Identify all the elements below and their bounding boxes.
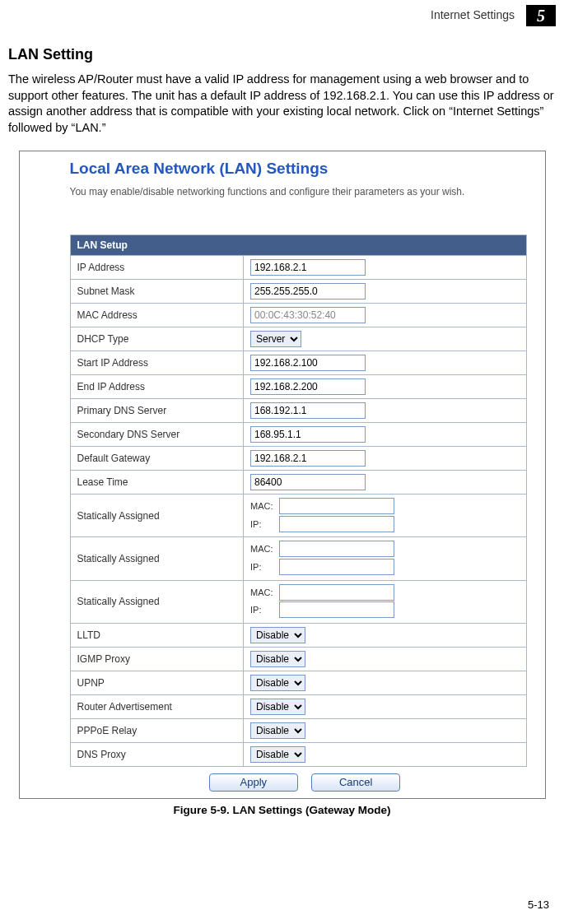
- primary-dns-input[interactable]: [250, 402, 366, 419]
- upnp-label: UPNP: [70, 671, 244, 694]
- dhcp-type-select[interactable]: Server: [250, 331, 301, 347]
- static-1-ip-input[interactable]: [279, 516, 394, 532]
- breadcrumb: Internet Settings: [431, 8, 515, 21]
- figure-caption: Figure 5-9. LAN Settings (Gateway Mode): [8, 804, 556, 816]
- lease-time-label: Lease Time: [70, 471, 244, 495]
- static-assigned-3-label: Statically Assigned: [70, 580, 244, 623]
- mac-address-input: [250, 307, 366, 323]
- secondary-dns-label: Secondary DNS Server: [70, 423, 244, 447]
- ip-address-input[interactable]: [250, 259, 366, 276]
- default-gateway-label: Default Gateway: [70, 447, 244, 471]
- mac-address-label: MAC Address: [70, 304, 244, 327]
- ip-address-label: IP Address: [70, 256, 244, 280]
- pppoe-relay-label: PPPoE Relay: [70, 718, 244, 742]
- primary-dns-label: Primary DNS Server: [70, 399, 244, 423]
- apply-button[interactable]: Apply: [209, 773, 298, 792]
- static-3-mac-input[interactable]: [279, 584, 394, 601]
- dns-proxy-label: DNS Proxy: [70, 742, 244, 766]
- static-assigned-2-label: Statically Assigned: [70, 537, 244, 580]
- static-assigned-1-label: Statically Assigned: [70, 495, 244, 537]
- static-mac-prefix: MAC:: [250, 541, 277, 558]
- static-mac-prefix: MAC:: [250, 499, 277, 515]
- subnet-mask-input[interactable]: [250, 283, 366, 299]
- static-ip-prefix: IP:: [250, 560, 277, 576]
- lan-setup-table: LAN Setup IP Address Subnet Mask MAC Add…: [70, 234, 527, 767]
- section-heading: LAN Setting: [8, 46, 556, 63]
- lease-time-input[interactable]: [250, 474, 366, 490]
- panel-description: You may enable/disable networking functi…: [70, 186, 540, 197]
- static-3-ip-input[interactable]: [279, 601, 394, 618]
- router-advertisement-label: Router Advertisement: [70, 694, 244, 718]
- group-header: LAN Setup: [70, 235, 526, 256]
- secondary-dns-input[interactable]: [250, 426, 366, 443]
- dns-proxy-select[interactable]: Disable: [250, 746, 305, 763]
- cancel-button[interactable]: Cancel: [311, 773, 400, 792]
- subnet-mask-label: Subnet Mask: [70, 280, 244, 304]
- page-number: 5-13: [528, 898, 549, 911]
- upnp-select[interactable]: Disable: [250, 675, 305, 691]
- end-ip-input[interactable]: [250, 378, 366, 395]
- static-mac-prefix: MAC:: [250, 585, 277, 601]
- dhcp-type-label: DHCP Type: [70, 327, 244, 351]
- igmp-proxy-label: IGMP Proxy: [70, 647, 244, 671]
- static-1-mac-input[interactable]: [279, 498, 394, 514]
- static-2-ip-input[interactable]: [279, 559, 394, 575]
- pppoe-relay-select[interactable]: Disable: [250, 722, 305, 739]
- static-2-mac-input[interactable]: [279, 541, 394, 557]
- start-ip-label: Start IP Address: [70, 351, 244, 375]
- static-ip-prefix: IP:: [250, 517, 277, 533]
- lltd-select[interactable]: Disable: [250, 627, 305, 643]
- panel-title: Local Area Network (LAN) Settings: [70, 160, 540, 178]
- static-ip-prefix: IP:: [250, 602, 277, 619]
- router-advertisement-select[interactable]: Disable: [250, 699, 305, 715]
- default-gateway-input[interactable]: [250, 450, 366, 467]
- chapter-number-tab: 5: [526, 5, 556, 26]
- start-ip-input[interactable]: [250, 355, 366, 371]
- figure-screenshot: Local Area Network (LAN) Settings You ma…: [19, 151, 546, 799]
- end-ip-label: End IP Address: [70, 375, 244, 399]
- igmp-proxy-select[interactable]: Disable: [250, 651, 305, 667]
- lltd-label: LLTD: [70, 623, 244, 647]
- section-body: The wireless AP/Router must have a valid…: [8, 72, 556, 136]
